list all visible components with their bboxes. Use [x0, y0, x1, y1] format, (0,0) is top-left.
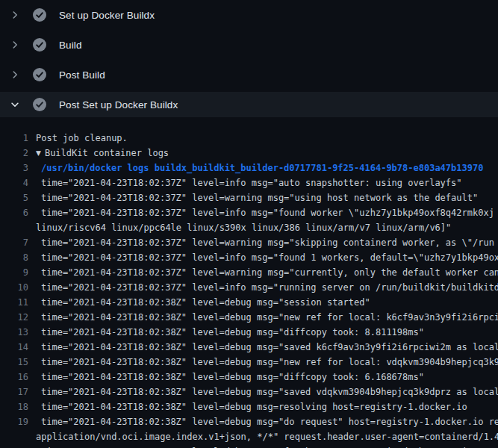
log-line: 3/usr/bin/docker logs buildx_buildkit_bu… — [0, 161, 498, 175]
log-line: 5time="2021-04-23T18:02:37Z" level=warni… — [0, 190, 498, 205]
log-line: 20time="2021-04-23T18:02:38Z" level=debu… — [0, 444, 498, 448]
log-line-text: time="2021-04-23T18:02:38Z" level=debug … — [41, 399, 467, 414]
check-circle-icon — [33, 68, 46, 81]
log-line: 11time="2021-04-23T18:02:38Z" level=debu… — [0, 295, 498, 310]
log-line-number[interactable]: 18 — [0, 399, 28, 414]
log-line-number[interactable]: 15 — [0, 355, 28, 370]
log-line-number — [0, 429, 28, 444]
log-line-number[interactable]: 17 — [0, 385, 28, 399]
collapse-triangle-icon[interactable]: ▼ — [36, 146, 41, 161]
log-line-number[interactable]: 6 — [0, 205, 28, 220]
log-line-text: application/vnd.oci.image.index.v1+json,… — [36, 429, 498, 444]
log-line: 19time="2021-04-23T18:02:38Z" level=debu… — [0, 414, 498, 429]
log-line-number[interactable]: 19 — [0, 414, 28, 429]
log-line: 18time="2021-04-23T18:02:38Z" level=debu… — [0, 399, 498, 414]
check-circle-icon — [33, 38, 46, 52]
workflow-log-panel: Set up Docker Buildx Build Post Build — [0, 0, 498, 448]
log-line-number[interactable]: 5 — [0, 190, 28, 205]
step-row-post-set-up-docker-buildx[interactable]: Post Set up Docker Buildx — [0, 92, 498, 117]
log-line-text: time="2021-04-23T18:02:37Z" level=info m… — [41, 280, 498, 295]
step-label: Post Build — [59, 69, 105, 81]
log-line: 8time="2021-04-23T18:02:37Z" level=info … — [0, 250, 498, 265]
log-line-text: time="2021-04-23T18:02:38Z" level=debug … — [41, 444, 494, 448]
log-line-text: time="2021-04-23T18:02:37Z" level=warnin… — [41, 265, 498, 280]
log-line-text: time="2021-04-23T18:02:38Z" level=debug … — [41, 325, 424, 340]
log-line: 10time="2021-04-23T18:02:37Z" level=info… — [0, 280, 498, 295]
log-line: 7time="2021-04-23T18:02:37Z" level=warni… — [0, 235, 498, 250]
log-line-text: time="2021-04-23T18:02:38Z" level=debug … — [41, 310, 498, 325]
log-line: application/vnd.oci.image.index.v1+json,… — [0, 429, 498, 444]
log-line: 12time="2021-04-23T18:02:38Z" level=debu… — [0, 310, 498, 325]
log-line: linux/riscv64 linux/ppc64le linux/s390x … — [0, 220, 498, 235]
check-circle-icon — [33, 8, 46, 22]
log-line-text: time="2021-04-23T18:02:37Z" level=info m… — [41, 175, 462, 190]
log-line: 14time="2021-04-23T18:02:38Z" level=debu… — [0, 340, 498, 355]
log-line-text: time="2021-04-23T18:02:38Z" level=debug … — [41, 385, 498, 399]
log-line-number[interactable]: 11 — [0, 295, 28, 310]
log-line-text: linux/riscv64 linux/ppc64le linux/s390x … — [36, 220, 451, 235]
check-circle-icon — [33, 98, 46, 111]
chevron-right-icon[interactable] — [9, 9, 21, 21]
step-label: Build — [59, 40, 82, 51]
log-line: 9time="2021-04-23T18:02:37Z" level=warni… — [0, 265, 498, 280]
log-line-number[interactable]: 12 — [0, 310, 28, 325]
log-line-text: time="2021-04-23T18:02:38Z" level=debug … — [41, 340, 498, 355]
log-line: 1Post job cleanup. — [0, 131, 498, 146]
log-line-text: time="2021-04-23T18:02:38Z" level=debug … — [41, 370, 424, 385]
log-line-text: time="2021-04-23T18:02:38Z" level=debug … — [41, 355, 498, 370]
log-command-text: /usr/bin/docker logs buildx_buildkit_bui… — [41, 161, 483, 175]
log-line-number[interactable]: 10 — [0, 280, 28, 295]
log-line-number[interactable]: 3 — [0, 161, 28, 175]
log-line-text: time="2021-04-23T18:02:37Z" level=info m… — [41, 250, 498, 265]
log-line-number — [0, 220, 28, 235]
log-line-number[interactable]: 8 — [0, 250, 28, 265]
log-line-number[interactable]: 1 — [0, 131, 28, 146]
log-line-text: time="2021-04-23T18:02:37Z" level=warnin… — [41, 190, 478, 205]
log-line: 2▼BuildKit container logs — [0, 146, 498, 161]
log-line-number[interactable]: 2 — [0, 146, 28, 161]
log-line-text: time="2021-04-23T18:02:38Z" level=debug … — [41, 414, 498, 429]
step-row-set-up-docker-buildx[interactable]: Set up Docker Buildx — [0, 0, 498, 30]
log-line: 15time="2021-04-23T18:02:38Z" level=debu… — [0, 355, 498, 370]
log-line: 13time="2021-04-23T18:02:38Z" level=debu… — [0, 325, 498, 340]
step-row-post-build[interactable]: Post Build — [0, 60, 498, 90]
log-line-text: time="2021-04-23T18:02:37Z" level=warnin… — [41, 235, 494, 250]
log-viewer: 1Post job cleanup.2▼BuildKit container l… — [0, 119, 498, 448]
step-label: Post Set up Docker Buildx — [59, 99, 178, 111]
log-line-number[interactable]: 9 — [0, 265, 28, 280]
log-line: 4time="2021-04-23T18:02:37Z" level=info … — [0, 175, 498, 190]
log-line-number[interactable]: 4 — [0, 175, 28, 190]
log-line-text: Post job cleanup. — [36, 131, 128, 146]
log-line: 6time="2021-04-23T18:02:37Z" level=info … — [0, 205, 498, 220]
step-list: Set up Docker Buildx Build Post Build — [0, 0, 498, 117]
log-line: 17time="2021-04-23T18:02:38Z" level=debu… — [0, 385, 498, 399]
log-line-number[interactable]: 7 — [0, 235, 28, 250]
log-line-number[interactable]: 14 — [0, 340, 28, 355]
log-line: 16time="2021-04-23T18:02:38Z" level=debu… — [0, 370, 498, 385]
log-line-text[interactable]: BuildKit container logs — [45, 146, 169, 161]
chevron-right-icon[interactable] — [9, 69, 21, 81]
log-line-number[interactable]: 16 — [0, 370, 28, 385]
log-line-text: time="2021-04-23T18:02:38Z" level=debug … — [41, 295, 370, 310]
chevron-down-icon[interactable] — [9, 99, 21, 111]
chevron-right-icon[interactable] — [9, 39, 21, 51]
step-row-build[interactable]: Build — [0, 30, 498, 60]
log-line-number[interactable]: 13 — [0, 325, 28, 340]
step-label: Set up Docker Buildx — [59, 10, 155, 21]
log-line-number[interactable]: 20 — [0, 444, 28, 448]
log-line-text: time="2021-04-23T18:02:37Z" level=info m… — [41, 205, 494, 220]
